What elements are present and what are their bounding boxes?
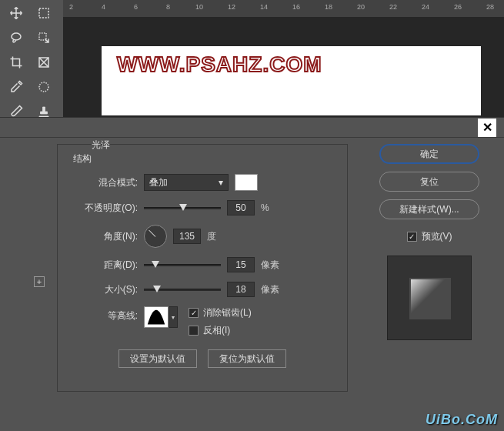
- preview-label: 预览(V): [422, 230, 452, 243]
- document-canvas[interactable]: WWW.PSAHZ.COM: [102, 46, 481, 115]
- eyedropper-tool[interactable]: [5, 77, 28, 97]
- blend-mode-label: 混合模式:: [68, 176, 138, 189]
- svg-point-1: [12, 33, 21, 40]
- size-input[interactable]: [227, 282, 255, 297]
- angle-label: 角度(N):: [68, 230, 138, 243]
- contour-dropdown[interactable]: ▾: [169, 306, 178, 328]
- dialog-header: ✕: [0, 118, 504, 138]
- invert-label: 反相(I): [203, 324, 230, 337]
- size-slider[interactable]: [144, 284, 221, 295]
- crop-tool[interactable]: [5, 52, 28, 72]
- invert-checkbox[interactable]: [189, 326, 199, 336]
- opacity-label: 不透明度(O):: [68, 202, 138, 215]
- size-label: 大小(S):: [68, 283, 138, 296]
- reset-button[interactable]: 复位: [379, 172, 479, 192]
- ok-button[interactable]: 确定: [379, 144, 479, 164]
- opacity-slider[interactable]: [144, 202, 221, 213]
- dialog-actions: 确定 复位 新建样式(W)... ✓ 预览(V): [375, 144, 483, 392]
- contour-label: 等高线:: [68, 306, 138, 322]
- reset-default-button[interactable]: 复位为默认值: [208, 349, 286, 368]
- blend-mode-dropdown[interactable]: 叠加▾: [144, 174, 229, 191]
- tools-panel: [0, 0, 63, 117]
- canvas-area: WWW.PSAHZ.COM: [63, 17, 504, 117]
- svg-point-4: [39, 82, 48, 92]
- preview-thumbnail: [387, 256, 472, 340]
- percent-unit: %: [261, 202, 269, 213]
- degree-unit: 度: [207, 230, 216, 243]
- angle-input[interactable]: [173, 229, 201, 244]
- pixel-unit-2: 像素: [261, 283, 279, 296]
- make-default-button[interactable]: 设置为默认值: [118, 349, 197, 368]
- antialias-label: 消除锯齿(L): [203, 306, 252, 319]
- marquee-tool[interactable]: [32, 3, 55, 23]
- distance-label: 距离(D):: [68, 259, 138, 272]
- footer-watermark: UiBo.CoM: [426, 412, 498, 428]
- move-tool[interactable]: [5, 3, 28, 23]
- frame-tool[interactable]: [32, 52, 55, 72]
- object-select-tool[interactable]: [32, 28, 55, 48]
- pixel-unit: 像素: [261, 259, 279, 272]
- new-style-button[interactable]: 新建样式(W)...: [379, 199, 479, 219]
- section-title: 光泽: [88, 139, 113, 152]
- opacity-input[interactable]: [227, 200, 255, 216]
- antialias-checkbox[interactable]: ✓: [189, 308, 199, 318]
- canvas-text: WWW.PSAHZ.COM: [117, 52, 322, 77]
- layer-style-dialog: ✕ + 光泽 结构 混合模式: 叠加▾ 不透明度(O): %: [0, 117, 504, 431]
- contour-picker[interactable]: [144, 306, 169, 328]
- add-style-button[interactable]: +: [34, 276, 45, 287]
- healing-tool[interactable]: [32, 77, 55, 97]
- svg-rect-0: [39, 8, 48, 18]
- distance-input[interactable]: [227, 257, 255, 272]
- lasso-tool[interactable]: [5, 28, 28, 48]
- satin-settings: 光泽 结构 混合模式: 叠加▾ 不透明度(O): % 角度(N): [57, 144, 348, 392]
- section-subtitle: 结构: [73, 152, 92, 165]
- preview-checkbox[interactable]: ✓: [407, 232, 417, 242]
- horizontal-ruler: 246810121416182022242628: [63, 0, 504, 17]
- color-swatch[interactable]: [235, 174, 258, 191]
- distance-slider[interactable]: [144, 259, 221, 270]
- angle-dial[interactable]: [144, 225, 167, 248]
- close-button[interactable]: ✕: [478, 119, 496, 137]
